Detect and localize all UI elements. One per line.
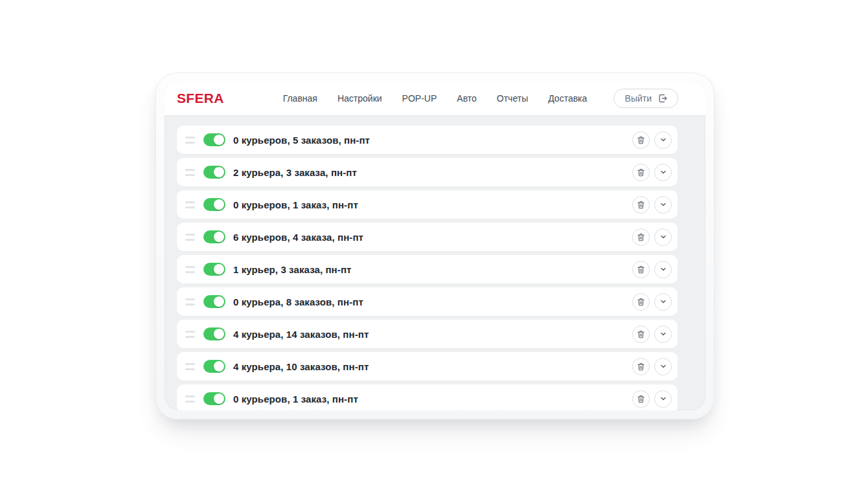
delete-row-button[interactable] <box>632 131 650 149</box>
expand-row-button[interactable] <box>654 228 672 246</box>
row-label: 2 курьера, 3 заказа, пн-пт <box>233 167 357 178</box>
delete-row-button[interactable] <box>632 164 650 181</box>
delete-row-button[interactable] <box>632 358 650 375</box>
app-logo: SFERA <box>177 91 224 106</box>
chevron-down-icon <box>659 135 668 144</box>
delete-row-button[interactable] <box>632 390 650 408</box>
drag-handle-icon[interactable] <box>185 201 195 208</box>
schedule-row: 4 курьера, 14 заказов, пн-пт <box>177 320 678 348</box>
row-toggle[interactable] <box>203 166 225 179</box>
schedule-row: 2 курьера, 3 заказа, пн-пт <box>177 158 678 186</box>
app-screen: SFERA ГлавнаяНастройкиPOP-UPАвтоОтчетыДо… <box>165 82 705 410</box>
trash-icon <box>636 200 646 210</box>
delete-row-button[interactable] <box>632 261 650 278</box>
drag-handle-icon[interactable] <box>185 298 195 305</box>
nav-item[interactable]: Отчеты <box>497 93 528 104</box>
chevron-down-icon <box>659 200 668 209</box>
trash-icon <box>636 168 646 177</box>
device-frame: SFERA ГлавнаяНастройкиPOP-UPАвтоОтчетыДо… <box>155 72 714 419</box>
trash-icon <box>636 329 646 339</box>
expand-row-button[interactable] <box>654 293 672 311</box>
chevron-down-icon <box>659 168 668 177</box>
row-toggle[interactable] <box>203 263 225 276</box>
main-nav: ГлавнаяНастройкиPOP-UPАвтоОтчетыДоставка <box>283 93 588 104</box>
row-actions <box>632 228 672 246</box>
schedule-row: 6 курьеров, 4 заказа, пн-пт <box>177 223 678 251</box>
row-actions <box>632 326 672 343</box>
expand-row-button[interactable] <box>654 261 672 278</box>
drag-handle-icon[interactable] <box>185 266 195 273</box>
delete-row-button[interactable] <box>632 228 650 246</box>
row-toggle[interactable] <box>203 392 225 405</box>
trash-icon <box>636 232 646 242</box>
row-actions <box>632 261 672 278</box>
toggle-knob <box>214 232 224 242</box>
drag-handle-icon[interactable] <box>185 137 195 144</box>
chevron-down-icon <box>659 232 668 241</box>
logout-button-label: Выйти <box>625 93 652 104</box>
nav-item[interactable]: POP-UP <box>402 93 437 104</box>
delete-row-button[interactable] <box>632 326 650 343</box>
schedule-row-list: 0 курьеров, 5 заказов, пн-пт <box>165 115 705 410</box>
drag-handle-icon[interactable] <box>185 395 195 403</box>
logout-button[interactable]: Выйти <box>613 89 678 108</box>
delete-row-button[interactable] <box>632 196 650 214</box>
schedule-row: 4 курьера, 10 заказов, пн-пт <box>177 352 678 381</box>
trash-icon <box>636 135 646 145</box>
toggle-knob <box>214 361 224 372</box>
row-label: 0 курьеров, 1 заказ, пн-пт <box>233 394 358 405</box>
expand-row-button[interactable] <box>654 358 672 375</box>
row-toggle[interactable] <box>203 133 225 146</box>
row-actions <box>632 164 672 181</box>
expand-row-button[interactable] <box>654 131 672 149</box>
row-actions <box>632 390 672 408</box>
drag-handle-icon[interactable] <box>185 234 195 241</box>
row-toggle[interactable] <box>203 327 225 340</box>
trash-icon <box>636 362 646 372</box>
trash-icon <box>636 265 646 274</box>
row-actions <box>632 358 672 375</box>
drag-handle-icon[interactable] <box>185 363 195 370</box>
drag-handle-icon[interactable] <box>185 331 195 338</box>
drag-handle-icon[interactable] <box>185 169 195 176</box>
toggle-knob <box>214 329 224 339</box>
toggle-knob <box>214 264 224 274</box>
toggle-knob <box>214 394 224 404</box>
row-label: 0 курьеров, 1 заказ, пн-пт <box>233 199 358 210</box>
row-label: 6 курьеров, 4 заказа, пн-пт <box>233 232 363 243</box>
expand-row-button[interactable] <box>654 196 672 214</box>
nav-item[interactable]: Главная <box>283 93 317 104</box>
expand-row-button[interactable] <box>654 390 672 408</box>
row-label: 4 курьера, 10 заказов, пн-пт <box>233 361 369 372</box>
row-label: 0 курьеров, 5 заказов, пн-пт <box>233 135 370 146</box>
expand-row-button[interactable] <box>654 164 672 181</box>
schedule-row: 0 курьеров, 1 заказ, пн-пт <box>177 384 678 410</box>
row-actions <box>632 131 672 149</box>
logout-icon <box>657 93 668 104</box>
row-actions <box>632 293 672 311</box>
row-label: 1 курьер, 3 заказа, пн-пт <box>233 264 352 275</box>
delete-row-button[interactable] <box>632 293 650 311</box>
row-toggle[interactable] <box>203 360 225 373</box>
expand-row-button[interactable] <box>654 326 672 343</box>
row-toggle[interactable] <box>203 230 225 243</box>
row-actions <box>632 196 672 214</box>
row-toggle[interactable] <box>203 295 225 308</box>
nav-item[interactable]: Настройки <box>337 93 382 104</box>
toggle-knob <box>214 135 224 145</box>
trash-icon <box>636 394 646 404</box>
chevron-down-icon <box>659 362 668 371</box>
row-label: 4 курьера, 14 заказов, пн-пт <box>233 329 369 340</box>
toggle-knob <box>214 167 224 177</box>
schedule-row: 0 курьеров, 5 заказов, пн-пт <box>177 126 678 154</box>
nav-item[interactable]: Авто <box>457 93 477 104</box>
schedule-row: 0 курьера, 8 заказов, пн-пт <box>177 287 678 316</box>
chevron-down-icon <box>659 329 668 338</box>
row-toggle[interactable] <box>203 198 225 211</box>
toggle-knob <box>214 296 224 307</box>
schedule-row: 0 курьеров, 1 заказ, пн-пт <box>177 190 678 219</box>
nav-item[interactable]: Доставка <box>548 93 587 104</box>
schedule-row: 1 курьер, 3 заказа, пн-пт <box>177 255 678 283</box>
app-header: SFERA ГлавнаяНастройкиPOP-UPАвтоОтчетыДо… <box>165 82 705 115</box>
chevron-down-icon <box>659 265 668 274</box>
